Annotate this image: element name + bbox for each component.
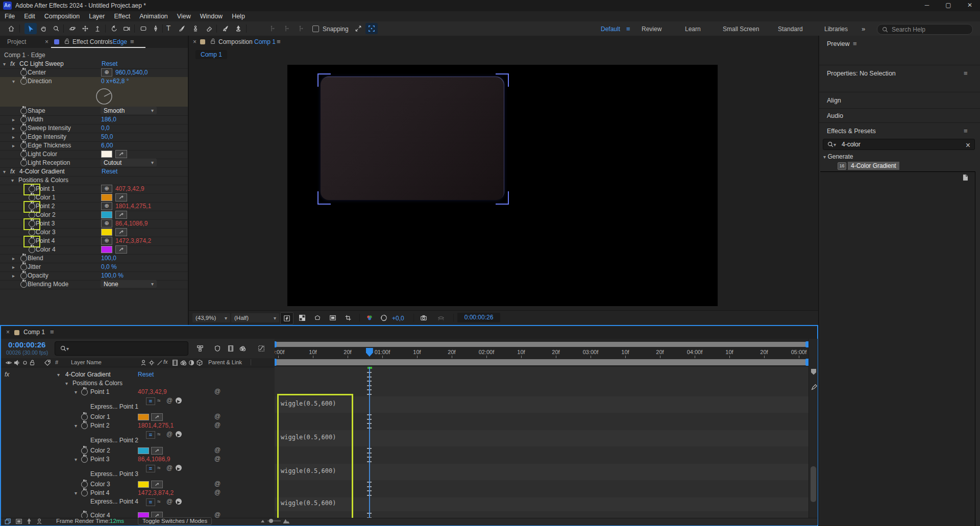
clear-search-icon[interactable]: × (966, 141, 970, 150)
stopwatch-icon[interactable] (81, 422, 88, 431)
zoom-level-dropdown[interactable]: (43,9%)▾ (192, 313, 230, 322)
twirl-icon[interactable]: ▾ (75, 389, 77, 395)
crosshair-button[interactable]: ⊕ (101, 185, 112, 193)
property-value[interactable]: 1801,4,275,1 (115, 203, 151, 210)
twirl-icon[interactable]: ▾ (11, 178, 14, 183)
pickwhip-icon[interactable]: @ (214, 413, 220, 420)
property-value[interactable]: 186,0 (101, 116, 116, 123)
eyedropper-button[interactable] (151, 413, 163, 421)
effects-presets-menu-icon[interactable]: ≡ (964, 127, 968, 135)
property-value[interactable]: 1801,4,275,1 (138, 422, 174, 429)
live-update-icon[interactable] (4, 518, 11, 525)
tl-row-graph[interactable] (275, 379, 808, 388)
color-swatch[interactable] (101, 194, 112, 201)
zoom-out-mountain-icon[interactable] (260, 518, 266, 523)
viewer-timecode[interactable]: 0:00:00:26 (457, 313, 500, 322)
ec-row-edge-thickness[interactable]: ▸Edge Thickness6,00 (0, 141, 188, 151)
color-swatch[interactable] (101, 229, 112, 236)
show-snapshot-icon[interactable] (435, 312, 447, 323)
stopwatch-icon[interactable] (81, 490, 88, 498)
hand-tool-icon[interactable] (38, 23, 50, 34)
twirl-icon[interactable]: ▾ (75, 490, 77, 496)
tl-row-graph[interactable] (275, 489, 808, 498)
fast-preview-icon[interactable] (280, 312, 293, 324)
twirl-icon[interactable]: ▾ (57, 372, 60, 378)
expression-enable-icon[interactable]: = (146, 498, 155, 506)
snapshot-camera-icon[interactable] (418, 312, 430, 323)
tl-row-graph[interactable] (275, 446, 808, 456)
exposure-icon[interactable] (378, 312, 390, 323)
properties-menu-icon[interactable]: ≡ (964, 69, 968, 77)
tl-row-left-color-3[interactable]: Color 3@ (1, 480, 275, 489)
tl-row-left-express-point-1[interactable]: =≈@Express... Point 1 (1, 396, 275, 413)
workspace-tab-small-screen[interactable]: Small Screen (723, 26, 759, 33)
property-value[interactable]: 86,4,1086,9 (138, 456, 170, 463)
pickwhip-icon[interactable]: @ (214, 455, 220, 462)
work-area-in-nub2[interactable] (275, 359, 277, 366)
eyedropper-button[interactable] (115, 245, 127, 254)
workspace-menu-icon[interactable]: ≡ (626, 25, 630, 33)
comp-marker-bin-icon[interactable] (811, 368, 817, 375)
property-value[interactable]: 0,0 (101, 124, 110, 132)
property-value[interactable]: 407,3,42,9 (115, 185, 144, 192)
guides-icon[interactable] (327, 312, 339, 323)
eyedropper-button[interactable] (115, 150, 127, 158)
selection-corner-top-right[interactable] (496, 73, 509, 87)
tl-row-left-express-point-3[interactable]: =≈@Express... Point 3 (1, 464, 275, 481)
search-icon[interactable] (827, 141, 834, 148)
selection-corner-bottom-left[interactable] (317, 191, 331, 205)
new-preset-icon[interactable] (962, 174, 969, 181)
preset-group-generate[interactable]: ▾ Generate (823, 153, 853, 160)
ec-row-point-2[interactable]: Point 2⊕1801,4,275,1 (0, 202, 188, 211)
tl-row-graph[interactable]: wiggle(0.5,600) (275, 497, 808, 512)
expression-pickwhip-icon[interactable]: @ (166, 397, 173, 404)
preset-item-4-color-gradient[interactable]: 16 4-Color Gradient (819, 161, 977, 170)
twirl-icon[interactable]: ▸ (12, 126, 15, 131)
selection-corner-top-left[interactable] (317, 73, 331, 87)
zoom-slider-thumb[interactable] (269, 519, 273, 523)
tl-row-graph[interactable] (275, 480, 808, 489)
stopwatch-icon[interactable] (20, 78, 27, 86)
comp-viewer-canvas[interactable] (287, 65, 718, 306)
menu-edit[interactable]: Edit (19, 12, 40, 21)
shape-tool-icon[interactable] (137, 23, 150, 34)
view-axis-mode-icon[interactable] (294, 23, 306, 34)
preview-panel-title[interactable]: Preview (827, 40, 849, 47)
twirl-icon[interactable]: ▾ (75, 423, 77, 429)
exposure-value[interactable]: +0,0 (392, 315, 404, 322)
region-of-interest-icon[interactable] (311, 312, 324, 323)
ec-row-cc-light-sweep[interactable]: ▾fxCC Light SweepReset (0, 60, 188, 69)
tab-composition-target[interactable]: Comp 1 (254, 38, 276, 45)
eyedropper-button[interactable] (151, 481, 163, 488)
tl-row-left-point-3[interactable]: ▾Point 386,4,1086,9@ (1, 455, 275, 464)
menu-help[interactable]: Help (227, 12, 250, 21)
zoom-tool-icon[interactable] (50, 23, 62, 34)
pickwhip-icon[interactable]: @ (214, 388, 220, 395)
resolution-dropdown[interactable]: (Half)▾ (231, 313, 279, 322)
graph-snapshot-icon[interactable] (15, 518, 22, 525)
channel-rgb-icon[interactable] (363, 312, 376, 323)
search-input-value[interactable]: 4-color (842, 141, 861, 148)
work-area-bar-bottom[interactable] (276, 359, 807, 365)
type-tool-icon[interactable]: T (163, 24, 174, 32)
expression-enable-icon[interactable]: = (146, 431, 155, 439)
expression-language-icon[interactable] (176, 397, 182, 404)
tl-row-graph[interactable]: wiggle(0.5,600) (275, 430, 808, 447)
property-value[interactable]: 0,0 % (101, 263, 117, 270)
tl-row-left-color-1[interactable]: Color 1@ (1, 413, 275, 422)
workspace-tab-learn[interactable]: Learn (685, 26, 701, 33)
twirl-icon[interactable]: ▸ (12, 134, 15, 140)
expression-graph-icon[interactable]: ≈ (157, 464, 161, 471)
work-area-bar-top[interactable] (276, 342, 807, 347)
twirl-icon[interactable]: ▾ (3, 61, 6, 67)
expression-graph-icon[interactable]: ≈ (157, 397, 161, 404)
roto-brush-tool-icon[interactable] (219, 23, 232, 34)
expression-enable-icon[interactable]: = (146, 397, 155, 405)
stopwatch-icon[interactable] (20, 160, 27, 168)
menu-view[interactable]: View (173, 12, 195, 21)
property-value[interactable]: 1472,3,874,2 (115, 237, 151, 244)
property-value[interactable]: 407,3,42,9 (138, 388, 167, 395)
properties-panel-title[interactable]: Properties: No Selection (827, 70, 896, 77)
align-panel-title[interactable]: Align (827, 97, 841, 104)
brush-tool-icon[interactable] (176, 23, 188, 34)
